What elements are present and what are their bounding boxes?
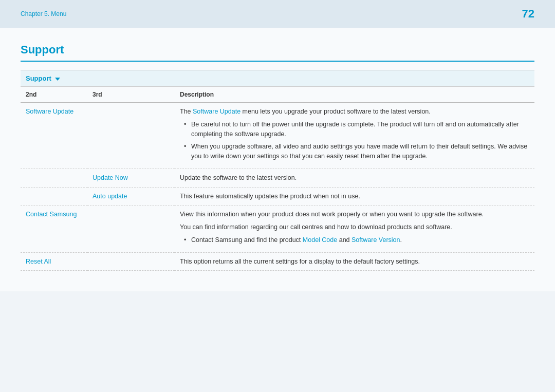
title-divider bbox=[21, 61, 534, 62]
row-software-update: Software Update The Software Update menu… bbox=[21, 103, 534, 169]
software-update-link[interactable]: Software Update bbox=[26, 108, 73, 115]
cell-reset-all-desc: This option returns all the current sett… bbox=[175, 252, 534, 271]
page-wrapper: Chapter 5. Menu 72 Support Support bbox=[0, 0, 555, 392]
row-update-now: Update Now Update the software to the la… bbox=[21, 169, 534, 187]
chapter-label: Chapter 5. Menu bbox=[21, 10, 66, 17]
cell-software-update-3rd bbox=[87, 103, 175, 169]
bullet-1: Be careful not to turn off the power unt… bbox=[184, 120, 529, 139]
cell-update-now-desc: Update the software to the latest versio… bbox=[175, 169, 534, 187]
reset-all-link[interactable]: Reset All bbox=[26, 258, 51, 265]
row-reset-all: Reset All This option returns all the cu… bbox=[21, 252, 534, 271]
cell-update-now-3rd: Update Now bbox=[87, 169, 175, 187]
row-contact-samsung: Contact Samsung View this information wh… bbox=[21, 206, 534, 252]
model-code-link[interactable]: Model Code bbox=[303, 236, 337, 244]
header-bar: Chapter 5. Menu 72 bbox=[0, 0, 555, 28]
cell-reset-all-3rd bbox=[87, 252, 175, 271]
update-now-link[interactable]: Update Now bbox=[92, 174, 128, 181]
support-table: Support 2nd 3rd Description Software Upd… bbox=[21, 70, 534, 271]
section-header-cell: Support bbox=[21, 70, 534, 87]
row-auto-update: Auto update This feature automatically u… bbox=[21, 187, 534, 206]
cell-update-now-2nd bbox=[21, 169, 87, 187]
cell-contact-samsung-2nd: Contact Samsung bbox=[21, 206, 87, 252]
cell-contact-samsung-3rd bbox=[87, 206, 175, 252]
cell-software-update-2nd: Software Update bbox=[21, 103, 87, 169]
cell-auto-update-3rd: Auto update bbox=[87, 187, 175, 206]
contact-samsung-link[interactable]: Contact Samsung bbox=[26, 211, 77, 218]
software-version-link[interactable]: Software Version bbox=[351, 236, 400, 244]
cell-software-update-desc: The Software Update menu lets you upgrad… bbox=[175, 103, 534, 169]
software-update-inline-link[interactable]: Software Update bbox=[193, 108, 240, 115]
col-header-2nd: 2nd bbox=[21, 87, 87, 103]
cell-auto-update-desc: This feature automatically updates the p… bbox=[175, 187, 534, 206]
auto-update-link[interactable]: Auto update bbox=[92, 193, 127, 200]
page-title: Support bbox=[21, 43, 534, 57]
section-header-row: Support bbox=[21, 70, 534, 87]
cell-reset-all-2nd: Reset All bbox=[21, 252, 87, 271]
col-header-3rd: 3rd bbox=[87, 87, 175, 103]
reset-all-desc-text: This option returns all the current sett… bbox=[180, 258, 420, 265]
software-update-desc-intro: The Software Update menu lets you upgrad… bbox=[180, 108, 431, 115]
bullet-2: When you upgrade software, all video and… bbox=[184, 142, 529, 161]
contact-samsung-para1: View this information when your product … bbox=[180, 211, 484, 218]
page-number: 72 bbox=[522, 7, 534, 21]
software-update-bullets: Be careful not to turn off the power unt… bbox=[180, 120, 529, 161]
auto-update-desc-text: This feature automatically updates the p… bbox=[180, 193, 360, 200]
update-now-desc-text: Update the software to the latest versio… bbox=[180, 174, 297, 181]
contact-samsung-para2: You can find information regarding our c… bbox=[180, 222, 529, 232]
column-header-row: 2nd 3rd Description bbox=[21, 87, 534, 103]
section-title: Support bbox=[26, 74, 51, 82]
cell-contact-samsung-desc: View this information when your product … bbox=[175, 206, 534, 252]
cell-auto-update-2nd bbox=[21, 187, 87, 206]
chevron-down-icon bbox=[55, 78, 60, 81]
col-header-desc: Description bbox=[175, 87, 534, 103]
contact-samsung-bullet: Contact Samsung and find the product Mod… bbox=[184, 235, 529, 245]
content-area: Support Support 2nd 3rd bbox=[0, 28, 555, 291]
contact-samsung-bullets: Contact Samsung and find the product Mod… bbox=[180, 235, 529, 245]
